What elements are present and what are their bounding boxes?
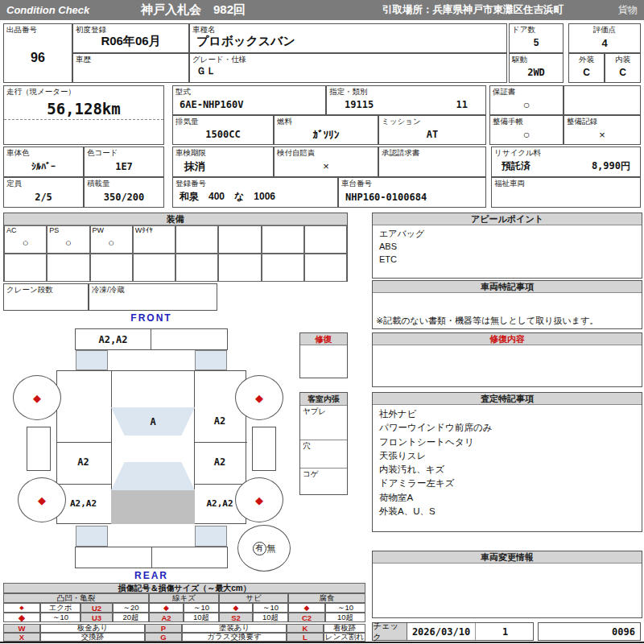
warranty-cell: 保証書 ○ (489, 85, 564, 115)
registration-number-value: 和泉 400 な 1006 (173, 187, 337, 207)
reefer-value (89, 293, 217, 310)
damage-diamond-icon: ◆ (33, 392, 41, 404)
recycle-fee-amount: 8,990円 (592, 159, 630, 173)
registration-number-cell: 登録番号 和泉 400 な 1006 (172, 177, 338, 208)
equipment-cell (4, 254, 47, 282)
equipment-section: 装備 AC○ PS○ PW○ Wﾀｲﾔ (3, 213, 348, 282)
chassis-number-value: NHP160-0100684 (339, 187, 485, 207)
cargo-area (111, 490, 195, 524)
legend-group-header: サビ (219, 593, 288, 603)
change-info-section: 車両変更情報 (372, 551, 642, 618)
legend-desc-cell: ガラス交換要す (182, 633, 287, 642)
equipment-value: ○ (5, 233, 46, 253)
score-value: 4 (569, 33, 640, 52)
approval-request-cell: 承認請求書 (378, 147, 486, 177)
sheet-number-box: 0096 (538, 622, 641, 641)
equipment-value (134, 233, 175, 253)
change-info-title: 車両変更情報 (373, 551, 642, 564)
color-code-value: 1E7 (85, 156, 163, 176)
crane-cell: クレーン段数 (3, 283, 89, 311)
vehicle-notes-section: 車両特記事項 ※記載のない書類・機器等は無しとして取り扱います。 (372, 280, 642, 329)
front-left-wheel: ◆ (13, 375, 61, 420)
model-name-cell: 車種名 プロボックスバン (189, 23, 507, 53)
welfare-vehicle-cell: 福祉車両 (491, 177, 641, 208)
taillight-left (76, 526, 108, 547)
grade-value: ＧＬ (190, 63, 506, 82)
legend-cell: 10超 (325, 613, 365, 622)
pickup-location: 引取場所：兵庫県神戸市東灘区住吉浜町 (382, 3, 618, 17)
capacity-cell: 定員 2/5 (3, 177, 84, 208)
legend-diamond-icon: ◆ (288, 603, 325, 613)
exterior-grade-cell: 外装 C (568, 53, 605, 83)
legend-diamond-large-icon: ◆ (3, 613, 40, 622)
capacity-value: 2/5 (4, 187, 83, 207)
displacement-cell: 排気量 1500CC (172, 115, 274, 145)
legend-desc-cell: レンズ割れ (324, 633, 365, 642)
category-label: 貨物 (618, 3, 644, 17)
headlight-left (76, 350, 108, 370)
maintenance-book-cell: 整備手帳 ○ (489, 115, 564, 145)
legend-code-cell: S2 (219, 613, 253, 622)
insurance-cell: 検付自賠責 × (274, 147, 378, 177)
equipment-cell (218, 254, 261, 282)
cabin-lining-row-label: 穴 (303, 441, 311, 452)
legend-code-cell: C2 (288, 613, 325, 622)
transmission-value: AT (379, 125, 485, 144)
legend-diamond-icon: ◆ (149, 603, 184, 613)
legend-code-cell: U2 (80, 603, 113, 613)
class-values: 19115 11 (327, 95, 485, 114)
cabin-lining-box: 客室内張 ヤブレ 穴 コゲ (299, 392, 348, 495)
equipment-cell (304, 225, 347, 254)
cabin-lining-row-burn: コゲ (300, 468, 347, 495)
equipment-cell (262, 225, 304, 254)
drive-value: 2WD (510, 63, 563, 82)
cabin-lining-row-label: コゲ (303, 469, 318, 480)
score-cell: 評価点 4 (568, 23, 641, 53)
appeal-points-section: アピールポイント エアバッグ ABS ETC (372, 213, 642, 279)
equipment-cell (175, 225, 218, 254)
fuel-value: ｶﾞｿﾘﾝ (275, 125, 378, 144)
legend-cell: ～10 (40, 613, 80, 622)
exterior-grade-value: C (569, 63, 604, 82)
crane-value (4, 293, 88, 310)
assessment-notes-title: 査定特記事項 (373, 393, 642, 405)
damage-code: A2,A2 (98, 334, 127, 345)
right-mirror (252, 427, 276, 471)
brand-logo: Condition Check (0, 4, 141, 16)
equipment-cell (262, 254, 304, 282)
vehicle-notes-title: 車両特記事項 (373, 281, 642, 293)
transmission-cell: ミッション AT (378, 115, 486, 145)
legend-desc-cell: 板金あり (40, 624, 145, 633)
legend-diamond-icon: ◆ (219, 603, 253, 613)
doors-cell: ドア数 5 (509, 23, 564, 53)
mileage-value: 56,128km (47, 99, 121, 119)
front-right-wheel: ◆ (235, 375, 283, 420)
equipment-value: ○ (91, 233, 132, 253)
equipment-cell: AC○ (4, 225, 47, 254)
history-cell: 車歴 (72, 53, 189, 83)
inspection-value: 抹消 (173, 156, 273, 176)
assessment-notes-section: 査定特記事項 社外ナビ パワーウインドウ前席のみ フロントシートヘタリ 天張りス… (372, 392, 642, 532)
legend-cell: ～20 (113, 603, 149, 613)
recycle-fee-values: 預託済 8,990円 (492, 156, 640, 176)
equipment-cell: Wﾀｲﾔ (133, 225, 175, 254)
legend-desc-cell: 塗装あり (182, 624, 287, 633)
rear-window (111, 462, 195, 490)
legend-cell: 20超 (113, 613, 149, 622)
change-info-text (373, 564, 642, 568)
repair-content-title: 修復内容 (373, 333, 642, 345)
cabin-lining-row-hole: 穴 (300, 440, 347, 468)
legend-letter-cell: L (287, 633, 324, 642)
repair-content-text (373, 345, 642, 350)
rear-direction-label: REAR (115, 570, 188, 581)
class-number: 19115 (345, 99, 374, 110)
equipment-cell: PW○ (90, 225, 133, 254)
fuel-cell: 燃料 ｶﾞｿﾘﾝ (274, 115, 378, 145)
cabin-lining-row-label: ヤブレ (303, 407, 326, 417)
recycle-fee-cell: リサイクル料 預託済 8,990円 (491, 147, 641, 177)
legend-code-cell: U3 (80, 613, 113, 622)
legend-diamond-small-icon: ◆ (3, 603, 40, 613)
appeal-points-text: エアバッグ ABS ETC (373, 225, 642, 269)
cabin-lining-title: 客室内張 (300, 393, 347, 406)
damage-diamond-icon: ◆ (255, 392, 263, 404)
